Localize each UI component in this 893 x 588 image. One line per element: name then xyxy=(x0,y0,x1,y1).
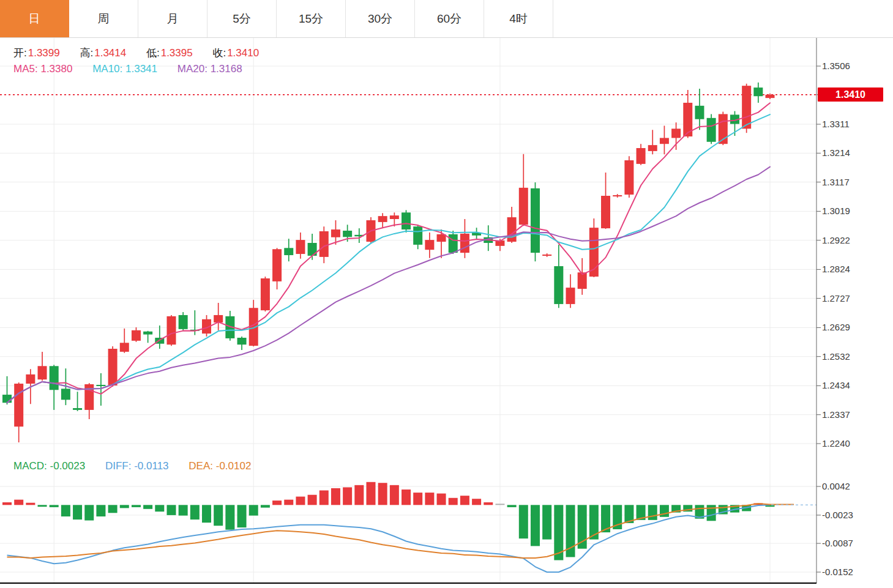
candle[interactable] xyxy=(390,215,399,219)
candle[interactable] xyxy=(449,234,458,253)
macd-bar[interactable] xyxy=(660,505,669,516)
candle[interactable] xyxy=(507,217,517,242)
candle[interactable] xyxy=(766,95,775,98)
macd-bar[interactable] xyxy=(96,505,105,516)
macd-bar[interactable] xyxy=(225,505,234,529)
candle[interactable] xyxy=(14,384,23,426)
macd-bar[interactable] xyxy=(84,505,94,520)
macd-bar[interactable] xyxy=(390,485,399,505)
macd-bar[interactable] xyxy=(343,487,352,505)
macd-bar[interactable] xyxy=(296,497,305,505)
tab-day[interactable]: 日 xyxy=(0,0,69,37)
macd-bar[interactable] xyxy=(179,505,188,515)
candle[interactable] xyxy=(261,278,270,310)
candle[interactable] xyxy=(695,106,704,119)
macd-bar[interactable] xyxy=(284,500,293,505)
candle[interactable] xyxy=(566,288,575,304)
kline-chart-svg[interactable] xyxy=(0,0,893,588)
macd-bar[interactable] xyxy=(366,482,375,505)
macd-bar[interactable] xyxy=(143,505,152,508)
tab-week[interactable]: 周 xyxy=(69,0,138,37)
macd-bar[interactable] xyxy=(166,505,176,515)
candle[interactable] xyxy=(343,231,352,237)
candle[interactable] xyxy=(108,349,118,385)
macd-bar[interactable] xyxy=(413,493,422,505)
macd-bar[interactable] xyxy=(331,488,340,505)
macd-bar[interactable] xyxy=(249,505,258,515)
candle[interactable] xyxy=(120,343,129,352)
candle[interactable] xyxy=(38,366,47,379)
macd-bar[interactable] xyxy=(155,505,164,512)
candle[interactable] xyxy=(319,231,329,257)
candle[interactable] xyxy=(166,316,176,344)
candle[interactable] xyxy=(660,138,669,144)
tab-60min[interactable]: 60分 xyxy=(415,0,484,37)
candle[interactable] xyxy=(143,332,152,335)
candle[interactable] xyxy=(413,226,422,245)
macd-bar[interactable] xyxy=(308,495,317,505)
tab-month[interactable]: 月 xyxy=(138,0,207,37)
candle[interactable] xyxy=(519,188,528,225)
macd-bar[interactable] xyxy=(354,485,364,505)
candle[interactable] xyxy=(531,188,540,253)
candle[interactable] xyxy=(284,248,293,255)
macd-bar[interactable] xyxy=(26,503,35,505)
candle[interactable] xyxy=(237,338,247,344)
candle[interactable] xyxy=(460,234,469,253)
macd-bar[interactable] xyxy=(50,505,59,507)
candle[interactable] xyxy=(73,408,82,410)
candle[interactable] xyxy=(2,395,12,403)
macd-bar[interactable] xyxy=(108,505,118,513)
candle[interactable] xyxy=(402,212,411,229)
candle[interactable] xyxy=(272,249,282,281)
macd-bar[interactable] xyxy=(261,505,270,507)
macd-bar[interactable] xyxy=(378,483,387,505)
macd-bar[interactable] xyxy=(484,502,493,505)
candle[interactable] xyxy=(753,87,763,96)
candle[interactable] xyxy=(554,266,563,304)
candle[interactable] xyxy=(425,240,434,250)
macd-bar[interactable] xyxy=(132,505,141,507)
tab-4hour[interactable]: 4时 xyxy=(484,0,553,37)
candle[interactable] xyxy=(61,389,70,400)
candle[interactable] xyxy=(50,366,59,390)
macd-bar[interactable] xyxy=(437,494,446,505)
macd-bar[interactable] xyxy=(73,505,82,519)
candle[interactable] xyxy=(542,255,551,256)
candle[interactable] xyxy=(648,145,657,151)
macd-bar[interactable] xyxy=(519,505,528,538)
candle[interactable] xyxy=(331,229,340,237)
macd-bar[interactable] xyxy=(531,505,540,546)
candle[interactable] xyxy=(613,195,622,196)
candle[interactable] xyxy=(84,384,94,410)
macd-bar[interactable] xyxy=(449,498,458,505)
macd-bar[interactable] xyxy=(38,505,47,507)
candle[interactable] xyxy=(742,86,751,128)
candle[interactable] xyxy=(132,330,141,341)
macd-bar[interactable] xyxy=(214,505,223,526)
tab-15min[interactable]: 15分 xyxy=(277,0,346,37)
macd-bar[interactable] xyxy=(472,499,481,505)
candle[interactable] xyxy=(214,315,223,322)
macd-bar[interactable] xyxy=(237,505,247,527)
candle[interactable] xyxy=(296,240,305,254)
macd-bar[interactable] xyxy=(507,505,517,507)
macd-bar[interactable] xyxy=(425,493,434,505)
candle[interactable] xyxy=(637,148,646,164)
candle[interactable] xyxy=(26,374,35,384)
macd-bar[interactable] xyxy=(202,505,211,523)
candle[interactable] xyxy=(671,128,681,138)
macd-bar[interactable] xyxy=(542,505,551,539)
tab-30min[interactable]: 30分 xyxy=(346,0,415,37)
macd-bar[interactable] xyxy=(61,505,70,516)
macd-bar[interactable] xyxy=(14,500,23,505)
macd-bar[interactable] xyxy=(190,505,200,519)
tab-5min[interactable]: 5分 xyxy=(207,0,277,37)
candle[interactable] xyxy=(96,385,105,386)
macd-bar[interactable] xyxy=(460,496,469,505)
candle[interactable] xyxy=(601,196,610,228)
candle[interactable] xyxy=(707,118,716,142)
macd-bar[interactable] xyxy=(319,490,329,505)
macd-bar[interactable] xyxy=(495,504,504,505)
macd-bar[interactable] xyxy=(2,502,12,505)
